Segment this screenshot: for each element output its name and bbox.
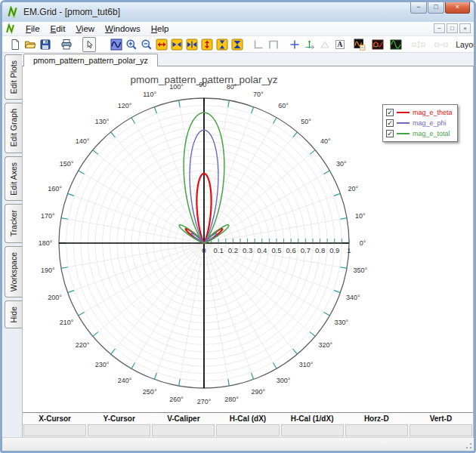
angle-label: 290°: [252, 388, 266, 396]
expand-horizontal-button[interactable]: [155, 38, 168, 51]
angle-label: 220°: [76, 341, 90, 349]
plot-title: pmom_pattern_pattern_polar_yz: [130, 74, 277, 85]
arrow-v-center-icon: [231, 39, 243, 51]
angle-label: 280°: [224, 396, 239, 403]
sidebar-tab-label: Workspace: [9, 247, 18, 297]
open-file-button[interactable]: [23, 38, 37, 51]
legend-checkbox-mag_e_phi[interactable]: ✓: [386, 119, 394, 127]
angle-tick: [252, 373, 254, 379]
box-axes-button[interactable]: [267, 38, 280, 51]
statusbar: [2, 437, 474, 451]
center-horizontal-button[interactable]: [185, 38, 199, 51]
titlebar[interactable]: EM.Grid - [pmom_tut6b] −□×: [2, 2, 474, 22]
menu-windows[interactable]: Windows: [100, 23, 146, 34]
print-button[interactable]: [60, 38, 73, 51]
mdi-close-button[interactable]: ×: [459, 23, 471, 33]
angle-label: 190°: [41, 267, 55, 274]
angle-label: 50°: [301, 118, 311, 125]
angle-label: 120°: [118, 102, 132, 109]
radial-label: 0.2: [228, 246, 238, 254]
radial-label: 0.4: [257, 246, 267, 254]
angle-label: 330°: [335, 319, 349, 326]
expand-vertical-button[interactable]: [200, 38, 214, 51]
sidebar-tab-edit-axes[interactable]: Edit Axes: [5, 156, 22, 202]
cursor-table-header: H-Cal (dX): [215, 414, 280, 423]
close-button[interactable]: ×: [445, 2, 470, 14]
angle-label: 230°: [95, 361, 110, 368]
sidebar-tab-hide[interactable]: Hide: [5, 300, 22, 329]
save-file-button[interactable]: [39, 38, 52, 51]
plot-tab[interactable]: pmom_pattern_pattern_polar_yz: [23, 54, 158, 66]
radial-label: 0.6: [286, 246, 296, 254]
corner-axes-button[interactable]: [252, 38, 265, 51]
arrow-v-compress-icon: [216, 39, 228, 51]
text-annotation-button[interactable]: A: [333, 38, 347, 51]
minimize-button[interactable]: −: [410, 2, 427, 14]
angle-tick: [274, 362, 277, 368]
angle-tick: [293, 349, 298, 354]
cursor-readout-table: X-CursorY-CursorV-CaliperH-Cal (dX)H-Cal…: [23, 412, 473, 437]
axes-cursor-button[interactable]: [303, 38, 317, 51]
menu-edit[interactable]: Edit: [45, 23, 71, 34]
angle-tick: [228, 379, 230, 386]
svg-text:A: A: [338, 41, 343, 48]
sidebar-tab-tracker[interactable]: Tracker: [5, 204, 22, 242]
legend-line-sample: [397, 122, 410, 124]
compress-vertical-button[interactable]: [215, 38, 229, 51]
content-area: pmom_pattern_pattern_polar_yz 00.10.20.3…: [22, 53, 474, 437]
cursor-table-header: V-Caliper: [151, 414, 215, 423]
angle-tick: [293, 132, 298, 137]
cursor-table-header: H-Cal (1/dX): [280, 414, 345, 423]
cursor-table-cell: [23, 424, 86, 436]
save-icon: [39, 39, 51, 51]
legend-checkbox-mag_e_total[interactable]: ✓: [386, 130, 394, 137]
legend-row-mag_e_theta: ✓mag_e_theta: [386, 107, 453, 118]
angle-tick: [93, 150, 98, 155]
slope-marker-button[interactable]: [318, 38, 332, 51]
menu-file[interactable]: File: [20, 23, 45, 34]
replot-button[interactable]: [110, 38, 123, 51]
mdi-minimize-button[interactable]: −: [434, 23, 445, 33]
menu-help[interactable]: Help: [146, 23, 175, 34]
angle-tick: [334, 193, 340, 196]
sidebar-tab-edit-graph[interactable]: Edit Graph: [5, 103, 22, 153]
crosshair-button[interactable]: [288, 38, 301, 51]
angle-tick: [340, 218, 347, 220]
sidebar-tab-label: Edit Plots: [9, 55, 18, 99]
layout-button[interactable]: Layou: [459, 38, 472, 51]
trace-style-red-button[interactable]: [371, 38, 385, 51]
menu-view[interactable]: View: [70, 23, 100, 34]
center-vertical-button[interactable]: [230, 38, 244, 51]
arrow-h-compress-icon: [171, 39, 183, 51]
sidebar-tab-workspace[interactable]: Workspace: [5, 246, 22, 297]
cursor-table-cell: [216, 424, 279, 436]
compress-horizontal-button[interactable]: [170, 38, 184, 51]
angle-label: 110°: [143, 91, 156, 98]
edit-trace-button[interactable]: [353, 38, 366, 51]
mdi-restore-button[interactable]: □: [447, 23, 458, 33]
angle-tick: [323, 313, 329, 316]
radial-label: 0: [202, 246, 206, 254]
pointer-tool-button[interactable]: [82, 37, 96, 52]
vertical-spacing-button[interactable]: [412, 38, 425, 51]
angle-label: 20°: [348, 185, 359, 193]
resize-grip[interactable]: [463, 440, 473, 450]
sidebar-tab-edit-plots[interactable]: Edit Plots: [5, 54, 22, 100]
angle-label: 30°: [336, 160, 347, 168]
cursor-table-header: Y-Cursor: [87, 414, 151, 423]
maximize-button[interactable]: □: [428, 2, 444, 14]
print-icon: [60, 39, 73, 51]
angle-tick: [340, 267, 347, 269]
trace-style-green-button[interactable]: [389, 38, 403, 51]
zoom-out-button[interactable]: [140, 38, 153, 51]
legend-checkbox-mag_e_theta[interactable]: ✓: [386, 109, 394, 116]
zoom-in-button[interactable]: [125, 38, 138, 51]
layout-button-label: Layou: [456, 40, 476, 49]
radial-label: 0.1: [214, 246, 224, 254]
wave-red-icon: [372, 39, 384, 51]
wave-orange-icon: [354, 39, 366, 51]
angle-label: 60°: [278, 102, 289, 109]
spacing-v-icon: [412, 39, 425, 51]
new-document-button[interactable]: [8, 38, 22, 51]
horizontal-spacing-button[interactable]: [434, 38, 448, 51]
